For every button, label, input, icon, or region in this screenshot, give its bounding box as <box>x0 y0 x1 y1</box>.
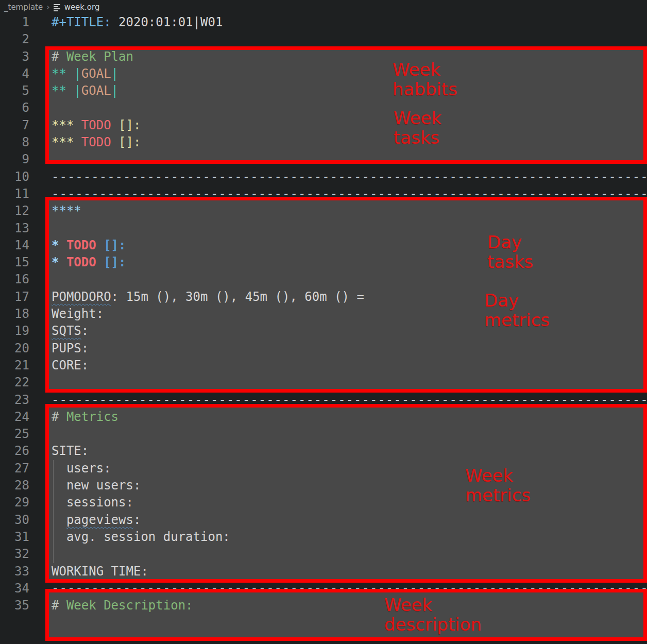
code-line[interactable]: 20PUPS: <box>0 340 647 357</box>
line-number: 13 <box>0 220 29 237</box>
editor-window: _template › week.org 1#+TITLE: 2020:01:0… <box>0 0 647 644</box>
code-line[interactable]: 21CORE: <box>0 357 647 374</box>
line-number: 15 <box>0 254 29 271</box>
line-number: 16 <box>0 271 29 288</box>
code-text: users: <box>52 460 111 477</box>
code-text: * TODO []: <box>52 254 126 271</box>
code-text: pageviews: <box>52 512 141 529</box>
code-line[interactable]: 34--------------------------------------… <box>0 580 647 597</box>
code-line[interactable]: 15* TODO []: <box>0 254 647 271</box>
line-number: 21 <box>0 357 29 374</box>
code-text: Weight: <box>52 306 104 323</box>
code-line[interactable]: 10--------------------------------------… <box>0 168 647 185</box>
code-text: sessions: <box>52 494 133 511</box>
code-text: **** <box>52 202 81 219</box>
line-number: 25 <box>0 426 29 443</box>
code-text: SITE: <box>52 443 89 460</box>
indent-guide <box>53 460 54 563</box>
code-line[interactable]: 6 <box>0 99 647 116</box>
line-number: 4 <box>0 65 29 82</box>
code-line[interactable]: 8*** TODO []: <box>0 134 647 151</box>
line-number: 23 <box>0 392 29 409</box>
code-line[interactable]: 28 new users: <box>0 477 647 494</box>
line-number: 19 <box>0 323 29 340</box>
line-number: 18 <box>0 306 29 323</box>
code-line[interactable]: 19SQTS: <box>0 323 647 340</box>
line-number: 32 <box>0 546 29 563</box>
annotation-label-week-metrics: Week metrics <box>465 466 531 505</box>
line-number: 11 <box>0 185 29 202</box>
line-number: 2 <box>0 31 29 48</box>
line-number: 10 <box>0 168 29 185</box>
breadcrumb-file[interactable]: week.org <box>64 3 100 12</box>
code-line[interactable]: 24# Metrics <box>0 409 647 426</box>
line-number: 33 <box>0 563 29 580</box>
code-text: ** |GOAL| <box>52 65 118 82</box>
code-line[interactable]: 1#+TITLE: 2020:01:01|W01 <box>0 14 647 31</box>
line-number: 8 <box>0 134 29 151</box>
code-line[interactable]: 11--------------------------------------… <box>0 185 647 202</box>
breadcrumb-folder[interactable]: _template <box>4 3 43 12</box>
line-number: 5 <box>0 82 29 99</box>
code-line[interactable]: 32 <box>0 546 647 563</box>
code-line[interactable]: 30 pageviews: <box>0 512 647 529</box>
code-text: *** TODO []: <box>52 134 141 151</box>
line-number: 1 <box>0 14 29 31</box>
code-text: # Metrics <box>52 409 118 426</box>
code-line[interactable]: 3# Week Plan <box>0 48 647 65</box>
code-line[interactable]: 2 <box>0 31 647 48</box>
code-text: CORE: <box>52 357 89 374</box>
line-number: 17 <box>0 289 29 306</box>
code-line[interactable]: 12**** <box>0 202 647 219</box>
code-line[interactable]: 35# Week Description: <box>0 597 647 614</box>
line-number: 26 <box>0 443 29 460</box>
line-number: 14 <box>0 237 29 254</box>
code-line[interactable]: 18Weight: <box>0 306 647 323</box>
line-number: 3 <box>0 48 29 65</box>
line-number: 20 <box>0 340 29 357</box>
line-number: 27 <box>0 460 29 477</box>
code-line[interactable]: 17POMODORO: 15m (), 30m (), 45m (), 60m … <box>0 289 647 306</box>
code-line[interactable]: 23--------------------------------------… <box>0 392 647 409</box>
code-text: ** |GOAL| <box>52 82 118 99</box>
line-number: 29 <box>0 494 29 511</box>
line-number: 24 <box>0 409 29 426</box>
annotation-label-week-habbits: Week habbits <box>393 60 457 99</box>
code-line[interactable]: 5** |GOAL| <box>0 82 647 99</box>
code-line[interactable]: 27 users: <box>0 460 647 477</box>
code-line[interactable]: 13 <box>0 220 647 237</box>
code-text: WORKING TIME: <box>52 563 148 580</box>
code-line[interactable]: 25 <box>0 426 647 443</box>
code-line[interactable]: 7*** TODO []: <box>0 117 647 134</box>
code-line[interactable]: 26SITE: <box>0 443 647 460</box>
line-number: 31 <box>0 529 29 546</box>
line-number: 30 <box>0 512 29 529</box>
code-text: #+TITLE: 2020:01:01|W01 <box>52 14 223 31</box>
line-number: 6 <box>0 99 29 116</box>
code-text: new users: <box>52 477 141 494</box>
code-line[interactable]: 31 avg. session duration: <box>0 529 647 546</box>
line-number: 28 <box>0 477 29 494</box>
breadcrumb: _template › week.org <box>0 0 647 14</box>
org-file-icon <box>54 4 61 11</box>
code-editor[interactable]: 1#+TITLE: 2020:01:01|W0123# Week Plan4**… <box>0 14 647 644</box>
code-line[interactable]: 9 <box>0 151 647 168</box>
code-text: SQTS: <box>52 323 89 340</box>
code-line[interactable]: 22 <box>0 374 647 391</box>
code-text: PUPS: <box>52 340 89 357</box>
code-line[interactable]: 29 sessions: <box>0 494 647 511</box>
code-text: ----------------------------------------… <box>52 392 647 409</box>
code-line[interactable]: 14* TODO []: <box>0 237 647 254</box>
code-text: ----------------------------------------… <box>52 168 647 185</box>
code-line[interactable]: 4** |GOAL| <box>0 65 647 82</box>
line-number: 22 <box>0 374 29 391</box>
code-line[interactable]: 33WORKING TIME: <box>0 563 647 580</box>
annotation-label-day-tasks: Day tasks <box>487 232 533 272</box>
line-number: 9 <box>0 151 29 168</box>
code-lines: 1#+TITLE: 2020:01:01|W0123# Week Plan4**… <box>0 14 647 614</box>
line-number: 35 <box>0 597 29 614</box>
code-line[interactable]: 16 <box>0 271 647 288</box>
code-text: *** TODO []: <box>52 117 141 134</box>
annotation-label-day-metrics: Day metrics <box>484 291 550 330</box>
annotation-label-week-description: Week description <box>384 595 482 634</box>
